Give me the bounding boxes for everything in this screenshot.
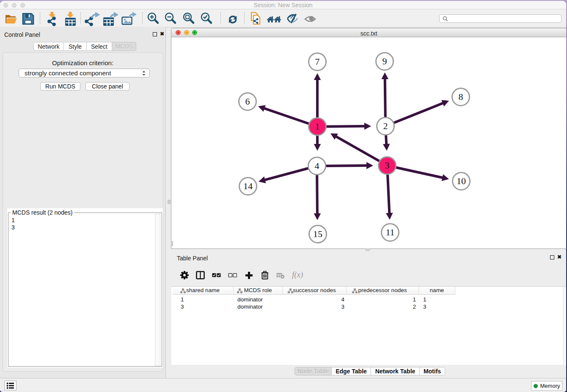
- svg-text:6: 6: [245, 96, 250, 107]
- svg-text:9: 9: [383, 56, 387, 66]
- svg-text:8: 8: [459, 91, 463, 102]
- svg-text:2: 2: [383, 121, 388, 131]
- svg-text:11: 11: [385, 227, 394, 237]
- svg-text:14: 14: [243, 181, 253, 191]
- svg-text:3: 3: [385, 160, 390, 171]
- svg-text:10: 10: [457, 176, 466, 186]
- svg-text:15: 15: [313, 229, 322, 239]
- svg-text:7: 7: [315, 56, 320, 67]
- svg-text:1: 1: [315, 121, 320, 132]
- svg-text:4: 4: [315, 160, 319, 171]
